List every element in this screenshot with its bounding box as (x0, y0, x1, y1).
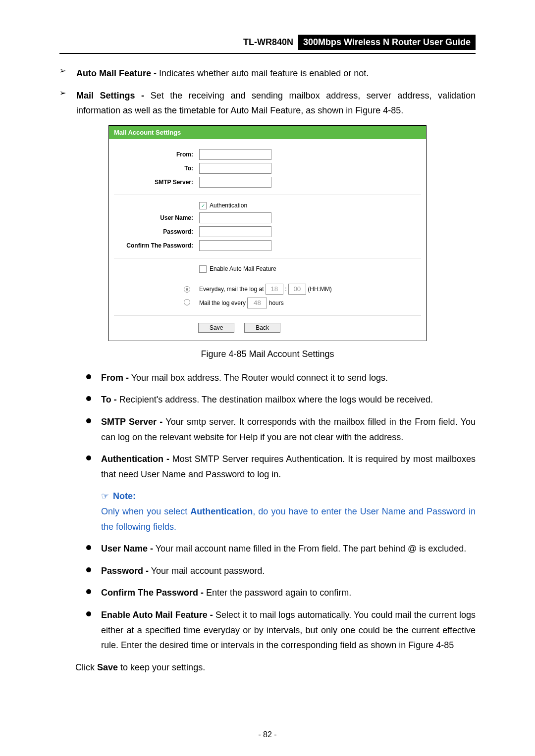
auth-checkbox[interactable]: ✓ (199, 202, 207, 209)
bullet-icon (86, 545, 91, 550)
interval-input[interactable] (247, 298, 267, 308)
closing-line: Click Save to keep your settings. (75, 660, 476, 675)
bullet-icon (86, 418, 91, 423)
enable-automail-checkbox[interactable] (199, 265, 207, 273)
bullet-icon (86, 589, 91, 594)
interval-radio[interactable] (184, 299, 190, 305)
def-to: To - Recipient's address. The destinatio… (86, 392, 476, 407)
figure-caption: Figure 4-85 Mail Account Settings (59, 349, 476, 359)
bullet-icon (86, 611, 91, 616)
smtp-input[interactable] (199, 177, 271, 188)
label-to: To: (114, 165, 199, 172)
def-conf: Confirm The Password - Enter the passwor… (86, 585, 476, 601)
def-enable: Enable Auto Mail Feature - Select it to … (86, 607, 476, 653)
confirm-password-input[interactable] (199, 240, 271, 251)
daily-radio[interactable] (184, 286, 190, 293)
save-button[interactable]: Save (198, 323, 234, 333)
bullet-icon (86, 567, 91, 572)
note-heading: Note: (113, 491, 136, 501)
arrow-icon: ➢ (59, 66, 76, 81)
label-intv-b: hours (269, 300, 284, 306)
note-icon: ☞ (101, 491, 109, 501)
note-block: ☞Note: Only when you select Authenticati… (101, 489, 476, 534)
def-auth: Authentication - Most SMTP Server requir… (86, 452, 476, 482)
password-input[interactable] (199, 226, 271, 237)
to-input[interactable] (199, 163, 271, 174)
def-user: User Name - Your mail account name fille… (86, 541, 476, 556)
label-conf: Confirm The Password: (114, 242, 199, 249)
guide-title: 300Mbps Wireless N Router User Guide (298, 35, 476, 50)
def-smtp: SMTP Server - Your smtp server. It corre… (86, 414, 476, 445)
figure-mail-account-settings: Mail Account Settings From: To: SMTP Ser… (108, 125, 427, 341)
from-input[interactable] (199, 149, 271, 160)
hour-input[interactable] (266, 284, 283, 295)
label-enable: Enable Auto Mail Feature (210, 265, 276, 272)
bullet-icon (86, 374, 91, 379)
bullet-mail-settings: ➢ Mail Settings - Set the receiving and … (59, 88, 476, 118)
label-from: From: (114, 151, 199, 158)
model-label: TL-WR840N (243, 37, 293, 48)
label-pass: Password: (114, 228, 199, 235)
figure-titlebar: Mail Account Settings (109, 126, 426, 139)
label-intv-a: Mail the log every (199, 300, 246, 306)
label-smtp: SMTP Server: (114, 179, 199, 186)
bullet-icon (86, 396, 91, 401)
label-auth: Authentication (210, 202, 247, 209)
label-daily-b: (HH:MM) (308, 286, 332, 293)
label-daily-a: Everyday, mail the log at (199, 286, 264, 293)
bullet-icon (86, 455, 91, 460)
minute-input[interactable] (288, 284, 306, 295)
page-number: - 82 - (0, 730, 535, 739)
username-input[interactable] (199, 212, 271, 223)
arrow-icon: ➢ (59, 88, 76, 118)
header-rule (59, 53, 476, 54)
bullet-auto-mail-feature: ➢ Auto Mail Feature - Indicates whether … (59, 66, 476, 81)
label-user: User Name: (114, 214, 199, 221)
def-from: From - Your mail box address. The Router… (86, 370, 476, 386)
page-header: TL-WR840N 300Mbps Wireless N Router User… (59, 35, 476, 50)
back-button[interactable]: Back (244, 323, 280, 333)
def-pass: Password - Your mail account password. (86, 563, 476, 579)
